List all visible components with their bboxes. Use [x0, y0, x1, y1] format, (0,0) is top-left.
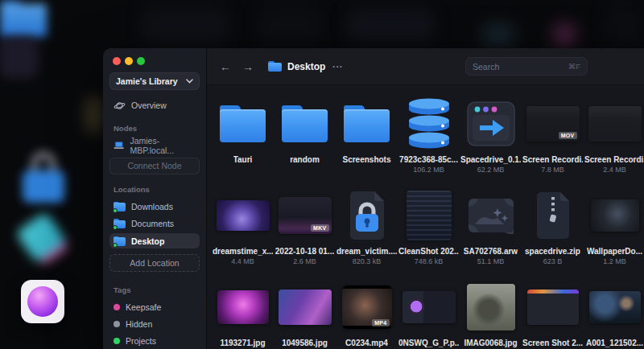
- location-label: Downloads: [131, 202, 173, 211]
- add-location-button[interactable]: Add Location: [109, 254, 200, 271]
- nodes-heading: Nodes: [114, 124, 200, 133]
- file-name: 1193271.jpg: [220, 339, 265, 347]
- image-thumbnail: [407, 191, 452, 240]
- folder-icon: [268, 61, 282, 72]
- image-thumbnail: [217, 200, 270, 231]
- file-item-encrypted[interactable]: dream_victim.... 820.3 kB: [336, 187, 398, 278]
- file-size: 4.4 MB: [231, 257, 254, 265]
- minimize-button[interactable]: [125, 57, 133, 65]
- back-button[interactable]: ←: [218, 60, 233, 73]
- file-size: 820.3 kB: [353, 257, 382, 265]
- folder-icon: [114, 236, 126, 246]
- file-item-c0234[interactable]: MP4 C0234.mp4: [336, 278, 398, 349]
- tag-color-dot: [114, 304, 120, 310]
- sidebar-item-node[interactable]: Jamies-MBP.local...: [109, 138, 200, 154]
- file-name: spacedrive.zip: [525, 247, 580, 256]
- zoom-button[interactable]: [137, 57, 145, 65]
- locations-heading: Locations: [114, 185, 200, 194]
- sidebar: Jamie's Library Overview Nodes Jamies-MB…: [103, 48, 206, 349]
- sidebar-item-label: Overview: [131, 101, 167, 110]
- tags-heading: Tags: [114, 285, 200, 294]
- blurred-app-icon: [0, 37, 37, 77]
- file-name: Screen Shot 2...: [522, 339, 583, 347]
- blurred-shape: [346, 8, 435, 42]
- file-item-1049586[interactable]: 1049586.jpg: [274, 278, 336, 349]
- search-shortcut: ⌘F: [568, 62, 580, 71]
- file-name: WallpaperDo...: [587, 247, 642, 256]
- file-item-random[interactable]: random: [274, 95, 336, 187]
- image-thumbnail: [591, 199, 639, 232]
- folder-icon: [114, 219, 126, 228]
- search-input[interactable]: [473, 62, 568, 72]
- search-box[interactable]: ⌘F: [465, 57, 588, 76]
- file-name: random: [290, 155, 320, 164]
- file-item-imag0068[interactable]: IMAG0068.jpg: [460, 278, 522, 349]
- file-item-wallpaper[interactable]: WallpaperDo... 1.2 MB: [584, 187, 644, 278]
- spacedrive-logo-sphere: [27, 286, 58, 317]
- library-name: Jamie's Library: [116, 76, 178, 86]
- desktop-background: Jamie's Library Overview Nodes Jamies-MB…: [0, 0, 644, 349]
- file-item-mkv-video[interactable]: MKV 2022-10-18 01... 2.6 MB: [274, 187, 336, 278]
- file-item-zip[interactable]: spacedrive.zip 623 B: [522, 187, 584, 278]
- connect-node-button[interactable]: Connect Node: [109, 158, 200, 174]
- library-switcher[interactable]: Jamie's Library: [109, 72, 200, 90]
- laptop-icon: [114, 141, 124, 150]
- image-thumbnail: [279, 289, 332, 325]
- file-item-screenshots[interactable]: Screenshots: [336, 95, 398, 187]
- file-name: A001_121502...: [586, 339, 643, 347]
- tag-label: Keepsafe: [126, 302, 161, 312]
- sidebar-item-tag-hidden[interactable]: Hidden: [109, 316, 200, 331]
- video-thumbnail: MOV: [526, 106, 580, 142]
- image-thumbnail: [467, 284, 515, 331]
- toolbar: ← → Desktop ••• ⌘F: [207, 48, 644, 85]
- tag-label: Projects: [126, 336, 156, 346]
- page-title: Desktop: [287, 61, 325, 72]
- node-name: Jamies-MBP.local...: [130, 136, 196, 155]
- file-size: 106.2 MB: [413, 166, 444, 174]
- folder-icon: [220, 105, 266, 142]
- file-item-cleanshot[interactable]: CleanShot 202... 748.6 kB: [398, 187, 460, 278]
- blurred-shape: [605, 5, 642, 43]
- sidebar-item-tag-keepsafe[interactable]: Keepsafe: [109, 299, 200, 314]
- file-item-dreamstime[interactable]: dreamstime_x... 4.4 MB: [212, 187, 274, 278]
- file-name: dream_victim....: [336, 247, 397, 256]
- file-name: 2022-10-18 01...: [275, 247, 334, 256]
- file-name: Spacedrive_0.1...: [460, 155, 521, 164]
- sidebar-item-documents[interactable]: Documents: [109, 216, 200, 232]
- sidebar-item-desktop[interactable]: Desktop: [109, 233, 200, 248]
- file-item-0nswq[interactable]: 0NSWQ_G_P.p...: [398, 278, 460, 349]
- blurred-pink-blob: [554, 24, 575, 45]
- file-item-screenshot2[interactable]: Screen Shot 2...: [522, 278, 584, 349]
- format-badge: MP4: [372, 319, 389, 326]
- blurred-shape: [258, 5, 322, 43]
- video-thumbnail: MP4: [342, 285, 392, 329]
- file-size: 2.6 MB: [293, 257, 316, 265]
- tag-label: Hidden: [126, 319, 152, 329]
- file-item-screen-recording-2[interactable]: Screen Recordi... 2.4 MB: [584, 95, 644, 187]
- file-name: Screen Recordi...: [522, 155, 583, 164]
- locked-file-icon: [347, 191, 387, 240]
- file-item-screen-recording-1[interactable]: MOV Screen Recordi... 7.8 MB: [522, 95, 584, 187]
- file-size: 51.1 MB: [477, 257, 505, 265]
- image-thumbnail: [402, 291, 456, 323]
- video-thumbnail: [588, 106, 642, 142]
- file-item-installer[interactable]: Spacedrive_0.1... 62.2 MB: [460, 95, 522, 187]
- file-item-database[interactable]: 7923c368-85c... 106.2 MB: [398, 95, 460, 187]
- image-thumbnail: [217, 290, 269, 324]
- forward-button[interactable]: →: [241, 60, 255, 73]
- blurred-shape: [141, 6, 229, 43]
- spacedrive-dock-icon[interactable]: [21, 280, 64, 323]
- file-name: Screen Recordi...: [584, 155, 644, 164]
- more-options-button[interactable]: •••: [332, 63, 343, 70]
- file-item-a001[interactable]: A001_121502...: [584, 278, 644, 349]
- main-panel: ← → Desktop ••• ⌘F Tauri: [206, 48, 644, 349]
- sidebar-item-tag-projects[interactable]: Projects: [109, 334, 200, 349]
- file-item-raw-photo[interactable]: SA702768.arw 51.1 MB: [460, 187, 522, 278]
- close-button[interactable]: [113, 57, 121, 65]
- sidebar-item-downloads[interactable]: Downloads: [109, 199, 200, 214]
- file-item-1193271[interactable]: 1193271.jpg: [212, 278, 274, 349]
- file-name: 0NSWQ_G_P.p...: [398, 339, 459, 347]
- file-item-tauri[interactable]: Tauri: [212, 95, 274, 187]
- sidebar-item-overview[interactable]: Overview: [109, 97, 200, 113]
- file-grid: Tauri random Screenshots: [207, 85, 644, 349]
